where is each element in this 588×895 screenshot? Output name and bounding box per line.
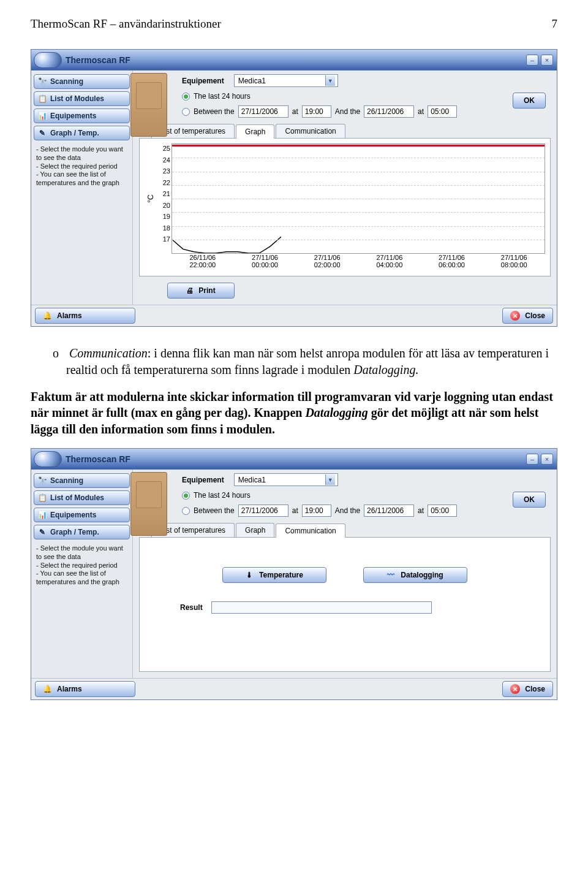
chart-plot (172, 143, 545, 254)
sidebar-help-text: - Select the module you want to see the … (32, 541, 131, 589)
nav-label: Scanning (50, 476, 83, 485)
graph-panel: °C 252423222120191817 26/11/0622:00:0027… (139, 138, 551, 276)
app-title: Thermoscan RF (66, 454, 526, 464)
titlebar: Thermoscan RF – × (31, 449, 557, 470)
print-label: Print (198, 286, 215, 295)
binoculars-icon: 🔭 (38, 77, 47, 86)
pencil-icon: ✎ (38, 129, 47, 137)
nav-equipements[interactable]: 📊Equipements (34, 109, 130, 123)
ok-button[interactable]: OK (513, 492, 546, 508)
pencil-icon: ✎ (38, 528, 47, 536)
module-photo (130, 73, 167, 137)
list-icon: 📋 (38, 493, 47, 502)
app-window-comm: Thermoscan RF – × 🔭Scanning 📋List of Mod… (31, 448, 557, 700)
list-icon: 📋 (38, 94, 47, 103)
alarms-button[interactable]: 🔔 Alarms (35, 308, 135, 324)
date-to-input[interactable]: 26/11/2006 (364, 505, 414, 517)
doc-header: ThermoScan RF – användarinstruktioner (31, 17, 221, 31)
close-icon: ✕ (510, 311, 520, 321)
alarms-button[interactable]: 🔔 Alarms (35, 681, 135, 697)
chart-ylabel: °C (145, 143, 157, 254)
nav-scanning[interactable]: 🔭Scanning (34, 74, 130, 89)
close-window-button[interactable]: × (541, 454, 553, 465)
nav-list-modules[interactable]: 📋List of Modules (34, 490, 130, 505)
equipement-select[interactable]: Medica1 ▼ (234, 473, 338, 486)
ok-button[interactable]: OK (513, 93, 546, 109)
equipement-select[interactable]: Medica1 ▼ (234, 74, 338, 87)
time-from-input[interactable]: 19:00 (302, 505, 331, 517)
page-number: 7 (552, 17, 558, 31)
close-label: Close (525, 685, 545, 693)
between-label: Between the (194, 506, 235, 515)
nav-label: Graph / Temp. (50, 129, 99, 137)
date-from-input[interactable]: 27/11/2006 (238, 105, 288, 118)
time-from-input[interactable]: 19:00 (302, 105, 331, 118)
tab-graph[interactable]: Graph (236, 124, 274, 139)
date-from-input[interactable]: 27/11/2006 (238, 505, 288, 517)
tab-communication[interactable]: Communication (276, 124, 345, 138)
nav-scanning[interactable]: 🔭Scanning (34, 473, 130, 488)
nav-graph-temp[interactable]: ✎Graph / Temp. (34, 126, 130, 140)
paragraph-faktum: Faktum är att modulerna inte skickar inf… (31, 389, 557, 437)
at-label-2: at (418, 506, 424, 515)
nav-equipements[interactable]: 📊Equipements (34, 508, 130, 522)
radio-last24[interactable] (182, 492, 190, 500)
print-button[interactable]: 🖨 Print (167, 283, 235, 299)
close-button[interactable]: ✕ Close (502, 308, 553, 324)
equipement-value: Medica1 (238, 476, 266, 484)
time-to-input[interactable]: 05:00 (428, 105, 457, 118)
minimize-button[interactable]: – (526, 454, 538, 465)
chart-xticks: 26/11/0622:00:0027/11/0600:00:0027/11/06… (172, 254, 545, 268)
nav-label: List of Modules (50, 94, 104, 103)
nav-label: Graph / Temp. (50, 528, 99, 536)
chart-icon: 📊 (38, 511, 47, 519)
datalogging-label: Datalogging (401, 571, 443, 579)
app-window-graph: Thermoscan RF – × 🔭Scanning 📋List of Mod… (31, 49, 557, 327)
at-label-1: at (292, 506, 298, 515)
nav-label: Equipements (50, 511, 96, 519)
chevron-down-icon: ▼ (325, 474, 335, 485)
printer-icon: 🖨 (186, 286, 194, 295)
time-to-input[interactable]: 05:00 (428, 505, 457, 517)
datalogging-button[interactable]: 〰 Datalogging (363, 567, 467, 583)
titlebar: Thermoscan RF – × (31, 50, 557, 70)
close-window-button[interactable]: × (541, 55, 553, 66)
wave-icon: 〰 (387, 571, 394, 579)
close-button[interactable]: ✕ Close (502, 681, 553, 697)
tab-graph[interactable]: Graph (236, 523, 274, 537)
binoculars-icon: 🔭 (38, 476, 47, 485)
app-jewel-icon (34, 451, 62, 467)
bell-icon: 🔔 (43, 311, 52, 320)
and-the-label: And the (335, 107, 360, 116)
alarms-label: Alarms (57, 685, 82, 693)
close-icon: ✕ (510, 684, 520, 694)
result-label: Result (180, 603, 203, 612)
nav-label: Scanning (50, 77, 83, 86)
radio-between[interactable] (182, 108, 190, 116)
nav-graph-temp[interactable]: ✎Graph / Temp. (34, 525, 130, 539)
radio-last24[interactable] (182, 93, 190, 101)
and-the-label: And the (335, 506, 360, 515)
bell-icon: 🔔 (43, 685, 52, 693)
communication-panel: 🌡 Temperature 〰 Datalogging Result (139, 537, 551, 672)
close-label: Close (525, 311, 545, 320)
module-photo (130, 472, 167, 536)
paragraph-communication: o Communication: i denna flik kan man nä… (31, 345, 557, 378)
tab-communication[interactable]: Communication (276, 524, 345, 538)
nav-label: Equipements (50, 112, 96, 120)
nav-label: List of Modules (50, 493, 104, 502)
equipement-label: Equipement (182, 77, 224, 85)
chart-icon: 📊 (38, 112, 47, 120)
alarms-label: Alarms (57, 311, 82, 320)
app-jewel-icon (34, 52, 62, 68)
nav-list-modules[interactable]: 📋List of Modules (34, 91, 130, 106)
date-to-input[interactable]: 26/11/2006 (364, 105, 414, 118)
temperature-button[interactable]: 🌡 Temperature (222, 567, 326, 583)
radio-last24-label: The last 24 hours (194, 491, 251, 500)
equipement-value: Medica1 (238, 77, 266, 85)
between-label: Between the (194, 107, 235, 116)
equipement-label: Equipement (182, 476, 224, 484)
chevron-down-icon: ▼ (325, 75, 335, 86)
minimize-button[interactable]: – (526, 55, 538, 66)
radio-between[interactable] (182, 507, 190, 515)
